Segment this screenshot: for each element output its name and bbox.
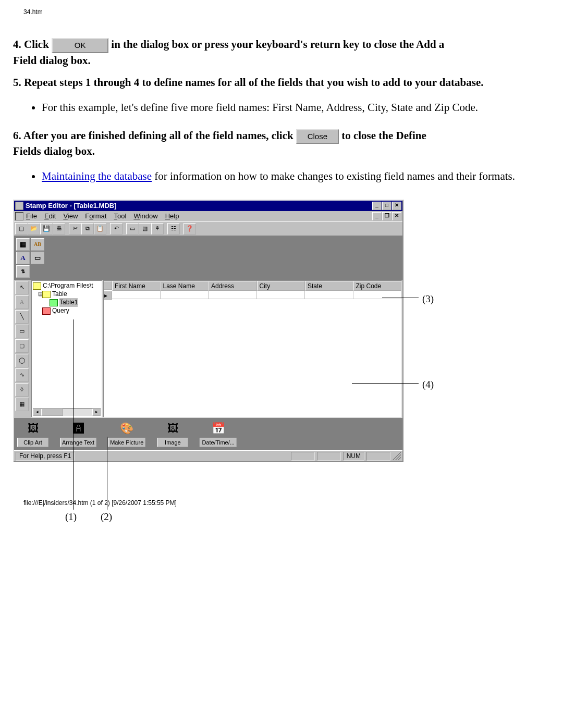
datetime-button[interactable]: Date/Time/... xyxy=(200,438,237,448)
poly-tool-icon[interactable]: ◊ xyxy=(15,383,29,397)
app-window: Stamp Editor - [Table1.MDB] _ □ ✕ File E… xyxy=(13,200,403,463)
menu-window[interactable]: Window xyxy=(133,212,157,221)
ok-button[interactable]: OK xyxy=(52,38,108,53)
scroll-left-icon[interactable]: ◂ xyxy=(33,409,41,416)
menu-edit[interactable]: Edit xyxy=(44,212,56,221)
tool-a-icon[interactable]: ▭ xyxy=(126,223,139,235)
table-row[interactable]: ▸ xyxy=(104,291,401,300)
arrangetext-icon: 🅰 xyxy=(69,421,87,437)
left-toolstrip: ↖ A ╲ ▭ ▢ ◯ ∿ ◊ ▦ xyxy=(14,280,31,418)
bottom-tools: 🖼 Clip Art 🅰 Arrange Text 🎨 Make Picture… xyxy=(14,418,402,451)
select-area-icon[interactable]: ▦ xyxy=(15,398,29,411)
tree-panel[interactable]: C:\Program Files\t ⊟ Table Table1 xyxy=(31,280,103,418)
db-icon[interactable]: ▦ xyxy=(16,238,30,251)
open-icon[interactable]: 📂 xyxy=(28,223,40,235)
step4-suffix-b: Field dialog box. xyxy=(13,54,91,67)
mdi-restore-icon[interactable]: ❐ xyxy=(382,212,391,220)
mdi-minimize-icon[interactable]: _ xyxy=(372,212,382,220)
statusbar: For Help, press F1 NUM xyxy=(14,450,402,461)
sort-icon[interactable]: ⇅ xyxy=(16,265,30,278)
clipart-icon: 🖼 xyxy=(24,421,42,437)
table-panel[interactable]: First Name Lase Name Address City State … xyxy=(103,280,402,418)
col-zipcode[interactable]: Zip Code xyxy=(353,281,402,291)
menu-help[interactable]: Help xyxy=(165,212,179,221)
col-address[interactable]: Address xyxy=(209,281,257,291)
minimize-icon[interactable]: _ xyxy=(372,202,382,210)
col-lasename[interactable]: Lase Name xyxy=(161,281,209,291)
undo-icon[interactable]: ↶ xyxy=(110,223,123,235)
makepicture-button[interactable]: Make Picture xyxy=(108,438,145,448)
callout-2: (2) xyxy=(101,510,112,524)
paste-icon[interactable]: 📋 xyxy=(94,223,106,235)
pointer-icon[interactable]: ↖ xyxy=(15,281,29,294)
resize-grip-icon[interactable] xyxy=(393,452,401,460)
step6-suffix-b: Fields dialog box. xyxy=(13,145,95,157)
row-selector[interactable]: ▸ xyxy=(104,291,112,300)
callout-1: (1) xyxy=(65,510,77,524)
mdi-icon xyxy=(15,212,23,220)
clipart-button[interactable]: Clip Art xyxy=(17,438,48,448)
link-bullet-rest: for information on how to make changes t… xyxy=(152,170,515,182)
tool-b-icon[interactable]: ▧ xyxy=(139,223,151,235)
menu-format[interactable]: Format xyxy=(85,212,106,221)
copy-icon[interactable]: ⧉ xyxy=(81,223,94,235)
help-pointer-icon[interactable]: ❓ xyxy=(183,223,196,235)
titlebar: Stamp Editor - [Table1.MDB] _ □ ✕ xyxy=(14,201,402,211)
window-icon[interactable]: ▭ xyxy=(31,252,44,264)
step4-suffix-a: in the dialog box or press your keyboard… xyxy=(111,38,444,51)
status-empty-3 xyxy=(366,452,390,461)
col-state[interactable]: State xyxy=(305,281,353,291)
menubar: File Edit View Format Tool Window Help _… xyxy=(14,211,402,221)
cut-icon[interactable]: ✂ xyxy=(69,223,81,235)
step-6: 6. After you are finished defining all o… xyxy=(13,128,550,159)
close-icon[interactable]: ✕ xyxy=(392,202,401,210)
toolbar: ▢ 📂 💾 🖶 ✂ ⧉ 📋 ↶ ▭ ▧ ⚘ ☷ ❓ xyxy=(14,221,402,236)
table-header: First Name Lase Name Address City State … xyxy=(104,281,401,291)
datetime-icon: 📅 xyxy=(210,421,227,437)
col-city[interactable]: City xyxy=(257,281,305,291)
tree-table-label[interactable]: Table xyxy=(52,290,67,298)
rect-tool-icon[interactable]: ▭ xyxy=(15,325,29,338)
image-icon: 🖼 xyxy=(164,421,181,437)
step6-prefix: 6. After you are finished defining all o… xyxy=(13,129,296,142)
rowheader-corner[interactable] xyxy=(104,281,112,290)
status-numlock: NUM xyxy=(343,452,364,461)
menu-view[interactable]: View xyxy=(63,212,78,221)
arrangetext-button[interactable]: Arrange Text xyxy=(60,438,96,448)
step6-suffix-a: to close the Define xyxy=(341,129,426,142)
table-icon xyxy=(50,299,58,306)
folder-icon xyxy=(42,291,51,298)
folder-icon xyxy=(33,282,41,290)
step-4: 4. Click OK in the dialog box or press y… xyxy=(13,37,550,68)
menu-tool[interactable]: Tool xyxy=(114,212,127,221)
image-button[interactable]: Image xyxy=(157,438,188,448)
ellipse-tool-icon[interactable]: ◯ xyxy=(15,354,29,367)
tree-table1-label[interactable]: Table1 xyxy=(59,298,78,306)
tool-d-icon[interactable]: ☷ xyxy=(167,223,180,235)
text-a-icon[interactable]: A xyxy=(16,252,30,264)
curve-tool-icon[interactable]: ∿ xyxy=(15,368,29,382)
save-icon[interactable]: 💾 xyxy=(40,223,53,235)
maintain-db-link[interactable]: Maintaining the database xyxy=(42,170,152,182)
workarea: ↖ A ╲ ▭ ▢ ◯ ∿ ◊ ▦ C: xyxy=(14,280,402,418)
callout-3: (3) xyxy=(422,292,434,306)
new-icon[interactable]: ▢ xyxy=(15,223,28,235)
close-button[interactable]: Close xyxy=(296,129,339,144)
text-tool-icon[interactable]: A xyxy=(15,295,29,309)
status-empty-1 xyxy=(291,452,315,461)
mdi-close-icon[interactable]: ✕ xyxy=(392,212,401,220)
print-icon[interactable]: 🖶 xyxy=(53,223,65,235)
tool-c-icon[interactable]: ⚘ xyxy=(151,223,164,235)
tree-root-label: C:\Program Files\t xyxy=(43,282,93,290)
status-text: For Help, press F1 xyxy=(16,452,75,461)
scroll-right-icon[interactable]: ▸ xyxy=(92,409,101,416)
tree-query-label[interactable]: Query xyxy=(52,306,69,315)
tree-hscroll[interactable]: ◂ ▸ xyxy=(33,408,101,416)
line-tool-icon[interactable]: ╲ xyxy=(15,310,29,324)
menu-file[interactable]: File xyxy=(26,212,37,221)
roundrect-tool-icon[interactable]: ▢ xyxy=(15,339,29,353)
ab-icon[interactable]: AB xyxy=(31,238,44,251)
col-firstname[interactable]: First Name xyxy=(112,281,161,291)
link-bullet: Maintaining the database for information… xyxy=(42,169,550,183)
maximize-icon[interactable]: □ xyxy=(382,202,391,210)
